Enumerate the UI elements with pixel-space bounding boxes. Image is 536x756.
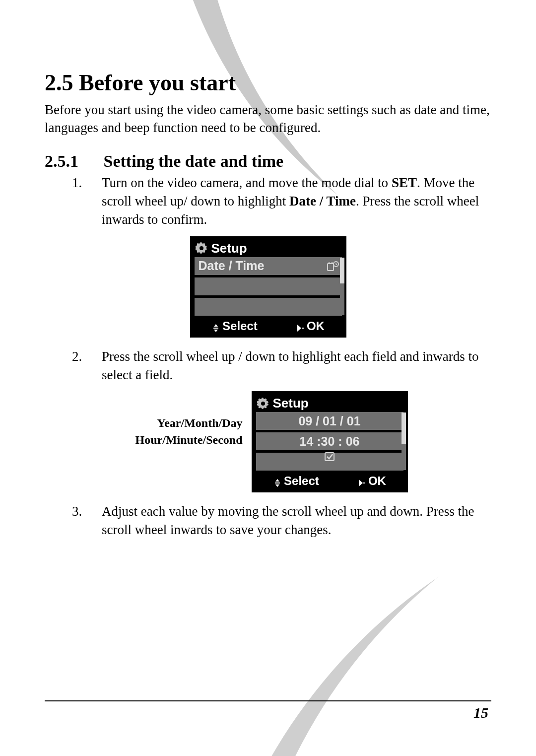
svg-rect-2: [332, 262, 333, 264]
lcd-scrollbar: [402, 412, 406, 470]
lcd-select-label: Select: [284, 474, 319, 488]
lcd-title: Setup: [211, 241, 247, 256]
lcd-title: Setup: [273, 396, 309, 411]
step-text: Adjust each value by moving the scroll w…: [102, 502, 491, 540]
lcd-header: Setup: [193, 239, 344, 257]
step-text: Press the scroll wheel up / down to high…: [102, 347, 491, 385]
menu-item-empty: [195, 277, 342, 295]
gear-icon: [257, 398, 269, 410]
lcd-select-label: Select: [222, 319, 258, 333]
step-number: 1.: [72, 174, 102, 229]
scroll-updown-icon: [211, 322, 220, 331]
date-time-icon: [327, 261, 339, 272]
lcd-footer: Select OK: [193, 318, 344, 335]
scroll-in-icon: [296, 322, 305, 331]
section-heading: 2.5 Before you start: [45, 69, 491, 96]
step-number: 2.: [72, 347, 102, 385]
step-text: Turn on the video camera, and move the m…: [102, 174, 491, 229]
time-field: 14 :30 : 06: [256, 432, 403, 450]
footer-rule: [45, 700, 491, 701]
step-3: 3. Adjust each value by moving the scrol…: [72, 502, 491, 540]
subsection-heading: 2.5.1 Setting the date and time: [45, 152, 491, 171]
svg-rect-0: [328, 264, 334, 271]
lcd-date-time-edit: Setup 09 / 01 / 01 14 :30 : 06 Select: [252, 391, 408, 492]
field-labels: Year/Month/Day Hour/Minute/Second: [129, 415, 243, 448]
subsection-number: 2.5.1: [45, 152, 99, 171]
lcd-ok-label: OK: [368, 474, 386, 488]
lcd-scrollbar: [340, 258, 344, 315]
section-intro: Before you start using the video camera,…: [45, 101, 491, 137]
lcd-setup-menu: Setup Date / Time Select: [190, 236, 346, 338]
step-2: 2. Press the scroll wheel up / down to h…: [72, 347, 491, 385]
label-ymd: Year/Month/Day: [129, 415, 243, 432]
lcd-footer: Select OK: [254, 473, 405, 490]
step-1: 1. Turn on the video camera, and move th…: [72, 174, 491, 229]
gear-icon: [196, 242, 207, 254]
label-hms: Hour/Minute/Second: [129, 432, 243, 449]
menu-item-date-time: Date / Time: [195, 257, 342, 275]
lcd-header: Setup: [254, 394, 405, 412]
menu-item-empty: [195, 298, 342, 316]
page-number: 15: [45, 704, 491, 721]
scroll-updown-icon: [273, 477, 282, 485]
section-title-text: Before you start: [79, 70, 236, 95]
scroll-in-icon: [357, 477, 366, 485]
date-field: 09 / 01 / 01: [256, 412, 403, 430]
step-number: 3.: [72, 502, 102, 540]
subsection-title-text: Setting the date and time: [104, 152, 284, 170]
section-number: 2.5: [45, 70, 73, 95]
svg-rect-4: [325, 453, 334, 461]
checkmark-icon: [324, 451, 335, 462]
lcd-ok-label: OK: [307, 319, 325, 333]
confirm-row: [256, 453, 403, 471]
svg-rect-1: [329, 262, 330, 264]
